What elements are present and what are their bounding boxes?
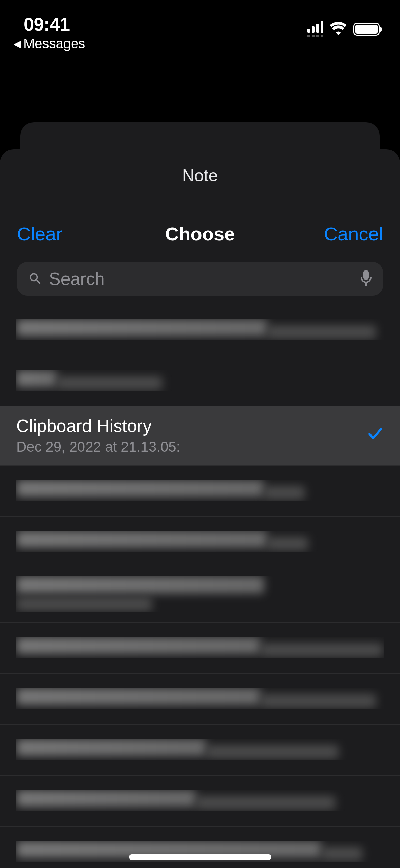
list-item-subtitle: Lorem ipsum dolor sit — [16, 597, 152, 611]
cellular-signal-icon — [307, 21, 323, 37]
clear-button[interactable]: Clear — [17, 223, 85, 245]
list-item[interactable]: Clipboard HistoryDec 29, 2022 at 21.13.0… — [0, 406, 400, 465]
list-item[interactable]: Clipboard Dec 29 2022 at 21 30 00Lorem i… — [0, 305, 400, 356]
list-item[interactable]: Dec 31 2022 at MidnightLorem ipsum dolor… — [0, 724, 400, 775]
status-bar: 09:41 ◀ Messages — [0, 0, 400, 48]
list-item-title: Clipboard History — [16, 416, 357, 436]
home-indicator[interactable] — [129, 854, 271, 860]
search-input[interactable] — [49, 269, 354, 289]
list-item-subtitle: Lorem — [264, 486, 305, 500]
list-item[interactable]: Clipboard Dec 31 2022 at 21 30 Small Bat… — [0, 826, 400, 868]
background-sheet — [20, 122, 380, 149]
list-item-title: Dec 31 2022 at Midnight — [16, 790, 196, 807]
checkmark-icon — [367, 424, 384, 447]
sheet-context-label: Note — [0, 149, 400, 185]
list-item-subtitle: Dec 29, 2022 at 21.13.05: — [16, 439, 357, 455]
list-item[interactable]: Clipboard Dec 29 2022 at 21 30 03Lorem i… — [0, 567, 400, 622]
status-time: 09:41 — [24, 14, 70, 35]
list-item[interactable]: Dec 31 2022 at MidnightLorem ipsum dolor… — [0, 775, 400, 826]
battery-icon — [353, 23, 380, 36]
sheet-nav: Clear Choose Cancel — [0, 185, 400, 262]
sheet-title: Choose — [165, 223, 235, 245]
list-item-title: Clipboard Dec 29 2022 at 21 30 05 — [16, 688, 261, 705]
list-item-title: Clipboard Dec 29 2022 at 21 30 01 — [16, 480, 264, 497]
list-item-subtitle: Lorem ipsum dolor — [267, 325, 376, 339]
list-item[interactable]: Clipboard Dec 29 2022 at 21 30 04Lorem i… — [0, 622, 400, 673]
list-item-subtitle: Lorem ipsum dolor — [261, 694, 376, 708]
back-to-app-button[interactable]: ◀ Messages — [14, 36, 85, 51]
back-caret-icon: ◀ — [14, 39, 21, 49]
list-item-subtitle: Lorem ipsum dolor — [261, 643, 383, 657]
list-item-subtitle: Lorem — [322, 847, 362, 861]
back-app-label: Messages — [23, 36, 85, 51]
dictation-icon[interactable] — [360, 270, 372, 288]
wifi-icon — [329, 22, 347, 37]
list-item-subtitle: Lorem — [267, 537, 308, 550]
list-item-title: Clipboard Dec 29 2022 at 21 30 04 — [16, 637, 261, 654]
list-item-title: Flight — [16, 370, 57, 387]
list-item-subtitle: Lorem ipsum dolor sit — [196, 796, 335, 810]
search-field[interactable] — [17, 262, 383, 296]
cancel-button[interactable]: Cancel — [315, 223, 383, 245]
list-item-title: Clipboard Dec 29 2022 at 21 30 00 — [16, 319, 267, 336]
picker-sheet: Note Clear Choose Cancel Clipboard Dec 2… — [0, 149, 400, 868]
list-item-subtitle: Dolor sit amet — [57, 376, 162, 390]
list-item-title: Dec 31 2022 at Midnight — [16, 739, 206, 756]
list-item-title: Clipboard Dec 29 2022 at 21 30 02 — [16, 531, 267, 548]
list-item[interactable]: Clipboard Dec 29 2022 at 21 30 05Lorem i… — [0, 673, 400, 724]
list-item[interactable]: FlightDolor sit amet — [0, 356, 400, 406]
list-item[interactable]: Clipboard Dec 29 2022 at 21 30 01Lorem — [0, 465, 400, 516]
notes-list[interactable]: Clipboard Dec 29 2022 at 21 30 00Lorem i… — [0, 305, 400, 868]
list-item-subtitle: Lorem ipsum dolor sit — [206, 745, 339, 759]
list-item[interactable]: Clipboard Dec 29 2022 at 21 30 02Lorem — [0, 516, 400, 567]
list-item-title: Clipboard Dec 29 2022 at 21 30 03 — [16, 576, 264, 593]
search-icon — [28, 271, 43, 286]
